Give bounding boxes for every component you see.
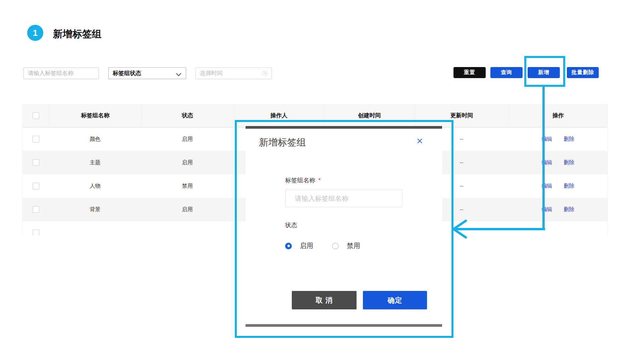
header-created-time: 创建时间: [324, 104, 415, 127]
batch-delete-button[interactable]: 批量删除: [567, 67, 599, 78]
table-header-row: 标签组名称 状态 操作人 创建时间 更新时间 操作: [22, 104, 607, 127]
modal-title: 新增标签组: [259, 136, 306, 149]
status-field-label: 状态: [285, 221, 297, 229]
cancel-button[interactable]: 取 消: [292, 291, 357, 309]
chevron-down-icon: [176, 71, 181, 76]
delete-link[interactable]: 删除: [564, 136, 575, 143]
delete-link[interactable]: 删除: [564, 159, 575, 166]
name-field-label: 标签组名称: [285, 177, 315, 184]
status-cell: 禁用: [141, 174, 233, 198]
row-checkbox[interactable]: [33, 136, 39, 142]
modal-bottom-bar: [246, 324, 442, 327]
clock-icon: [262, 71, 267, 76]
row-checkbox[interactable]: [33, 230, 39, 235]
add-tag-group-modal: 新增标签组 × 标签组名称* 状态 启用 禁用 取 消 确定: [246, 126, 442, 327]
reset-button[interactable]: 重置: [453, 67, 486, 78]
tag-group-name-cell: 人物: [49, 174, 141, 198]
radio-enabled[interactable]: [285, 243, 292, 249]
required-asterisk: *: [318, 177, 321, 184]
row-checkbox[interactable]: [33, 183, 39, 189]
row-checkbox[interactable]: [33, 159, 39, 166]
edit-link[interactable]: 编辑: [542, 136, 552, 143]
radio-disabled-label: 禁用: [347, 241, 360, 250]
edit-link[interactable]: 编辑: [542, 206, 552, 213]
tag-group-name-cell: 颜色: [49, 127, 141, 151]
delete-link[interactable]: 删除: [564, 206, 575, 213]
date-picker-input[interactable]: 选择时间: [196, 67, 272, 79]
status-cell: 启用: [141, 151, 233, 174]
row-checkbox[interactable]: [33, 206, 39, 213]
date-picker-placeholder: 选择时间: [200, 69, 223, 77]
step-number-badge: 1: [27, 25, 43, 41]
query-button[interactable]: 查询: [490, 67, 523, 78]
page: 1 新增标签组 标签组状态 选择时间 重置 查询 新增 批量删除 标签组名称 状…: [0, 0, 644, 362]
status-radio-group: 启用 禁用: [285, 241, 360, 250]
status-cell: 启用: [141, 198, 233, 221]
edit-link[interactable]: 编辑: [542, 159, 552, 166]
header-updated-time: 更新时间: [415, 104, 508, 127]
close-icon[interactable]: ×: [417, 135, 423, 146]
header-operator: 操作人: [233, 104, 324, 127]
modal-name-input[interactable]: [285, 190, 402, 207]
confirm-button[interactable]: 确定: [363, 291, 427, 309]
header-status: 状态: [141, 104, 233, 127]
radio-disabled[interactable]: [332, 243, 339, 249]
add-button[interactable]: 新增: [528, 67, 560, 78]
header-actions: 操作: [508, 104, 607, 127]
edit-link[interactable]: 编辑: [542, 183, 552, 190]
select-all-checkbox[interactable]: [33, 112, 39, 119]
status-select-value: 标签组状态: [113, 69, 141, 77]
tag-group-name-cell: 主题: [49, 151, 141, 174]
header-tag-group-name: 标签组名称: [49, 104, 141, 127]
page-title: 新增标签组: [53, 27, 102, 41]
delete-link[interactable]: 删除: [564, 183, 575, 190]
status-select[interactable]: 标签组状态: [108, 67, 186, 79]
status-cell: 启用: [141, 127, 233, 151]
tag-group-name-cell: 背景: [49, 198, 141, 221]
modal-top-bar: [246, 126, 442, 129]
radio-enabled-label: 启用: [300, 241, 313, 250]
name-field-label-row: 标签组名称*: [285, 176, 321, 184]
tag-group-name-filter-input[interactable]: [23, 67, 99, 79]
